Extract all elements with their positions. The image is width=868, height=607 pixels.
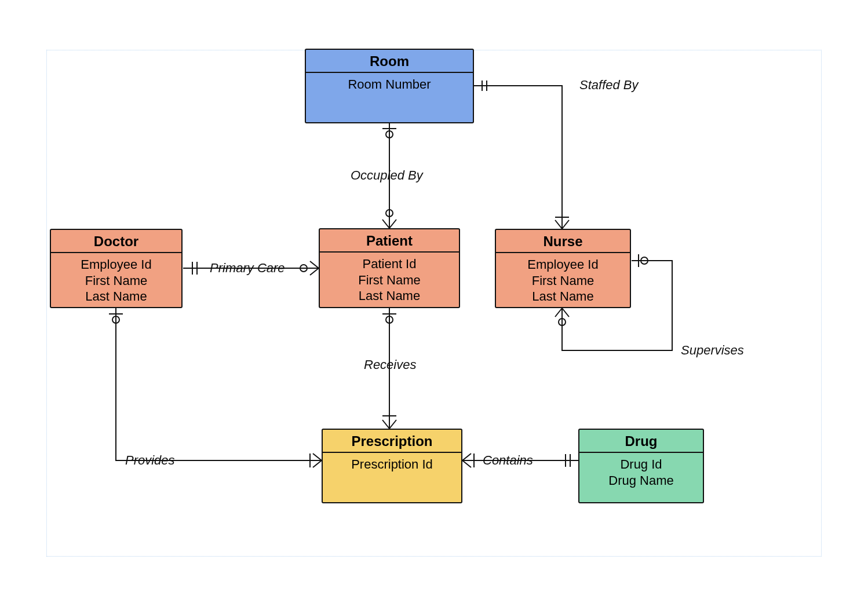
attr: First Name (501, 273, 625, 289)
attr: Last Name (324, 288, 454, 304)
attr: First Name (324, 272, 454, 288)
attr: Employee Id (56, 257, 177, 273)
entity-doctor[interactable]: Doctor Employee Id First Name Last Name (50, 229, 183, 308)
entity-title: Drug (579, 430, 703, 453)
label-staffed-by: Staffed By (579, 78, 639, 93)
attr: Room Number (311, 76, 468, 93)
attr: Patient Id (324, 256, 454, 272)
label-provides: Provides (125, 453, 175, 468)
entity-drug[interactable]: Drug Drug Id Drug Name (578, 429, 704, 503)
attr: Last Name (501, 288, 625, 305)
attr: Last Name (56, 288, 177, 305)
entity-nurse[interactable]: Nurse Employee Id First Name Last Name (495, 229, 631, 308)
entity-title: Doctor (51, 230, 181, 253)
label-supervises: Supervises (681, 343, 744, 358)
attr: Drug Name (584, 473, 698, 489)
entity-title: Patient (320, 229, 459, 253)
entity-attrs: Prescription Id (323, 453, 461, 473)
entity-attrs: Drug Id Drug Name (579, 453, 703, 488)
entity-title: Prescription (323, 430, 461, 453)
entity-title: Room (306, 50, 473, 73)
entity-prescription[interactable]: Prescription Prescription Id (322, 429, 462, 503)
entity-patient[interactable]: Patient Patient Id First Name Last Name (319, 228, 460, 308)
attr: Employee Id (501, 257, 625, 273)
label-receives: Receives (364, 357, 416, 372)
attr: Prescription Id (327, 456, 457, 473)
attr: Drug Id (584, 456, 698, 473)
attr: First Name (56, 273, 177, 289)
entity-attrs: Employee Id First Name Last Name (51, 253, 181, 305)
label-occupied-by: Occupied By (351, 168, 423, 183)
entity-room[interactable]: Room Room Number (305, 49, 474, 123)
entity-attrs: Employee Id First Name Last Name (496, 253, 630, 305)
label-primary-care: Primary Care (210, 261, 285, 276)
entity-title: Nurse (496, 230, 630, 253)
label-contains: Contains (483, 453, 533, 468)
entity-attrs: Patient Id First Name Last Name (320, 253, 459, 304)
entity-attrs: Room Number (306, 73, 473, 93)
